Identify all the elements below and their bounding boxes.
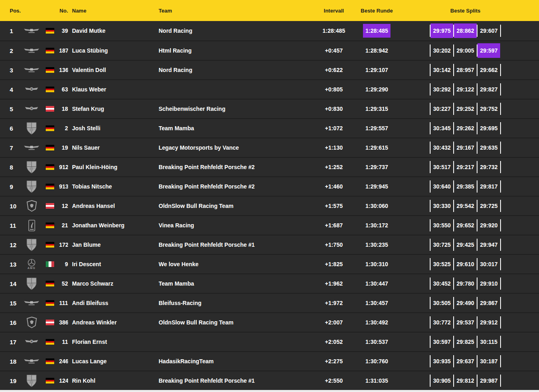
car-number: 39 (59, 28, 68, 34)
interval: +2:052 (312, 339, 355, 345)
driver-name: Tobias Nitsche (68, 183, 159, 190)
aston-martin-logo-icon (23, 300, 40, 307)
driver-name: Paul Klein-Höing (68, 164, 159, 170)
interval: 1:28:485 (312, 28, 355, 34)
driver-name: David Mutke (68, 28, 159, 34)
split-time: 29:732 (477, 160, 500, 174)
team-name: HadasikRacingTeam (159, 358, 312, 364)
position: 15 (0, 300, 23, 307)
table-row[interactable]: 14 52 Marco Schwarz Team Mamba +1:962 1:… (0, 273, 539, 293)
split-time: 29:987 (477, 373, 500, 388)
split-divider (500, 375, 501, 387)
split-time: 29:817 (477, 179, 500, 194)
split-time: 29:537 (454, 315, 477, 330)
driver-name: Iri Descent (68, 261, 159, 267)
best-lap-value: 1:30:060 (363, 199, 390, 213)
split-time: 29:867 (477, 296, 500, 310)
country-flag-cell (40, 203, 59, 209)
flag-at-icon (46, 106, 54, 112)
split-divider (500, 239, 501, 251)
porsche-logo-icon (26, 239, 37, 251)
split-time: 30:525 (431, 257, 453, 271)
team-name: Html Racing (159, 47, 312, 54)
best-splits: 30:45229:78029:910 (430, 276, 501, 291)
position: 6 (0, 125, 23, 132)
country-flag-cell (40, 300, 59, 306)
table-row[interactable]: 19 124 Rin Kohl Breaking Point Rehfeldt … (0, 371, 539, 390)
best-lap-cell: 1:29:615 (355, 141, 398, 155)
driver-name: Luca Stübing (68, 47, 159, 54)
col-header-best-lap: Beste Runde (355, 8, 398, 14)
split-time: 29:217 (454, 160, 477, 174)
col-header-no: No. (59, 8, 68, 14)
split-time: 30:452 (431, 276, 453, 291)
car-number: 124 (59, 377, 68, 384)
country-flag-cell (40, 261, 59, 267)
table-header: Pos. No. Name Team Intervall Beste Runde… (0, 0, 539, 21)
country-flag-cell (40, 358, 59, 364)
car-number: 246 (59, 358, 68, 364)
best-lap-cell: 1:29:945 (355, 180, 398, 193)
car-logo-cell (23, 28, 40, 34)
split-divider (500, 122, 501, 134)
best-lap-value: 1:30:760 (363, 354, 390, 368)
split-divider (500, 355, 501, 367)
best-lap-value: 1:30:235 (363, 238, 390, 252)
car-number: 9 (59, 261, 68, 267)
split-time: 30:432 (431, 140, 453, 155)
table-row[interactable]: 4 B 63 Klaus Weber +0:805 1:29:290 30:29… (0, 79, 539, 99)
best-splits: 30:90529:81229:987 (430, 373, 501, 388)
driver-name: Klaus Weber (68, 86, 159, 93)
split-time: 29:637 (454, 354, 477, 369)
table-row[interactable]: 15 111 Andi Bleifuss Bleifuss-Racing +1:… (0, 293, 539, 312)
table-row[interactable]: 8 912 Paul Klein-Höing Breaking Point Re… (0, 157, 539, 176)
best-lap-cell: 1:30:235 (355, 238, 398, 252)
team-name: Breaking Point Rehfeldt Porsche #2 (159, 164, 312, 170)
car-logo-cell (23, 375, 40, 387)
split-divider (500, 83, 501, 95)
split-divider (500, 258, 501, 270)
split-time: 29:725 (477, 199, 500, 213)
car-logo-cell (23, 316, 40, 328)
table-row[interactable]: 17 B 11 Florian Ernst +2:052 1:30:537 30… (0, 332, 539, 351)
position: 13 (0, 261, 23, 268)
split-time: 29:490 (454, 296, 477, 310)
table-row[interactable]: 12 172 Jan Blume Breaking Point Rehfeldt… (0, 235, 539, 254)
split-time: 30:597 (431, 335, 453, 349)
table-row[interactable]: 7 19 Nils Sauer Legacy Motorsports by Va… (0, 138, 539, 157)
split-time: 29:425 (454, 237, 477, 252)
col-header-best-splits: Beste Splits (430, 8, 501, 14)
table-row[interactable]: 9 913 Tobias Nitsche Breaking Point Rehf… (0, 176, 539, 196)
table-row[interactable]: 1 39 David Mutke Nord Racing 1:28:485 1:… (0, 21, 539, 40)
best-lap-value: 1:29:315 (363, 102, 390, 116)
flag-at-icon (46, 320, 54, 325)
flag-de-icon (46, 339, 54, 345)
country-flag-cell (40, 125, 59, 131)
bentley-logo-icon: B (24, 338, 39, 345)
table-row[interactable]: 13 AMG 9 Iri Descent We love Henke +1:82… (0, 254, 539, 273)
best-splits: 30:52529:61030:017 (430, 257, 501, 271)
table-row[interactable]: 18 246 Lucas Lange HadasikRacingTeam +2:… (0, 351, 539, 371)
best-splits: 30:77229:53729:912 (430, 315, 501, 330)
table-row[interactable]: 2 187 Luca Stübing Html Racing +0:457 1:… (0, 40, 539, 60)
aston-martin-logo-icon (23, 67, 40, 74)
split-divider (500, 142, 501, 154)
svg-text:B: B (31, 340, 32, 343)
table-row[interactable]: 16 386 Andreas Winkler OldnSlow Bull Rac… (0, 312, 539, 332)
table-row[interactable]: 10 12 Andreas Hansel OldnSlow Bull Racin… (0, 196, 539, 215)
split-time: 29:920 (477, 218, 500, 233)
table-row[interactable]: 11 21 Jonathan Weinberg Vinea Racing +1:… (0, 215, 539, 235)
table-row[interactable]: 3 136 Valentin Doll Nord Racing +0:622 1… (0, 60, 539, 79)
split-time: 29:695 (477, 121, 500, 136)
car-number: 913 (59, 183, 68, 190)
table-row[interactable]: 6 2 Josh Stelli Team Mamba +1:072 1:29:5… (0, 118, 539, 138)
flag-de-icon (46, 378, 54, 384)
table-row[interactable]: 5 B 18 Stefan Krug Scheibenwischer Racin… (0, 99, 539, 118)
flag-de-icon (46, 222, 54, 228)
team-name: We love Henke (159, 261, 312, 267)
split-time: 30:187 (477, 354, 500, 369)
team-name: Team Mamba (159, 125, 312, 131)
split-time: 29:597 (477, 43, 500, 58)
driver-name: Stefan Krug (68, 106, 159, 112)
flag-de-icon (46, 358, 54, 364)
